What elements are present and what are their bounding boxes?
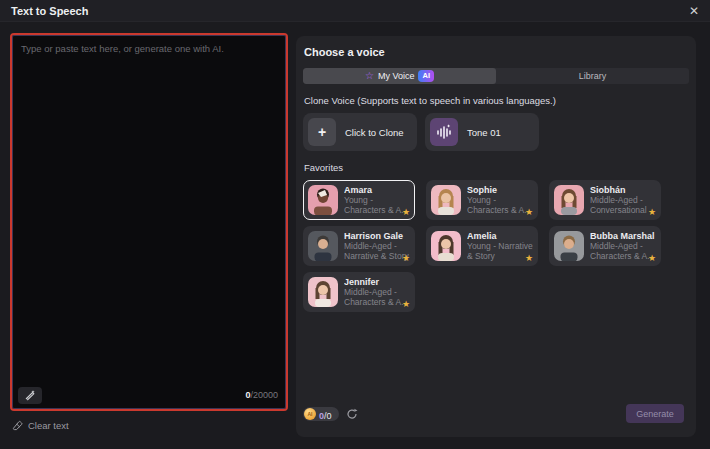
voice-desc: Young - Narrative & Story	[467, 241, 533, 261]
voice-panel: Choose a voice ☆ My Voice AI Library Clo…	[296, 36, 696, 437]
voice-name: Jennifer	[344, 277, 410, 287]
voice-desc: Middle-Aged - Characters & A...	[344, 287, 410, 307]
voice-desc: Middle-Aged - Characters & A...	[590, 241, 656, 261]
avatar	[431, 231, 461, 261]
avatar	[431, 185, 461, 215]
editor-footer: 0/20000	[18, 386, 278, 404]
voice-card-jennifer[interactable]: Jennifer Middle-Aged - Characters & A...…	[303, 272, 415, 312]
voice-desc: Young - Characters & A...	[344, 195, 410, 215]
voice-name: Amara	[344, 185, 410, 195]
ai-badge: AI	[418, 70, 434, 82]
tone-01-card[interactable]: Tone 01	[425, 113, 539, 151]
voice-tabbar: ☆ My Voice AI Library	[303, 68, 689, 84]
panel-heading: Choose a voice	[304, 46, 689, 58]
voice-name: Siobhán	[590, 185, 656, 195]
tone-01-label: Tone 01	[467, 127, 501, 138]
favorites-grid: Amara Young - Characters & A... ★ Sophie…	[303, 180, 689, 312]
clear-text-label: Clear text	[28, 420, 69, 431]
favorite-star-icon[interactable]: ★	[402, 207, 410, 217]
refresh-icon[interactable]	[346, 408, 358, 420]
clear-text-button[interactable]: Clear text	[12, 418, 69, 432]
avatar	[308, 185, 338, 215]
voice-desc: Young - Characters & A...	[467, 195, 533, 215]
voice-card-amelia[interactable]: Amelia Young - Narrative & Story ★	[426, 226, 538, 266]
tab-my-voice-label: My Voice	[378, 71, 415, 81]
dialog-title: Text to Speech	[11, 5, 88, 17]
avatar	[554, 231, 584, 261]
star-outline-icon: ☆	[365, 71, 374, 81]
voice-card-siobhan[interactable]: Siobhán Middle-Aged - Conversational ★	[549, 180, 661, 220]
favorite-star-icon[interactable]: ★	[648, 253, 656, 263]
favorite-star-icon[interactable]: ★	[525, 207, 533, 217]
eraser-icon	[12, 420, 23, 431]
favorite-star-icon[interactable]: ★	[525, 253, 533, 263]
tab-library-label: Library	[579, 71, 607, 81]
voice-name: Bubba Marshal	[590, 231, 656, 241]
favorite-star-icon[interactable]: ★	[648, 207, 656, 217]
coin-icon: AI	[304, 408, 316, 420]
credits-total: /0	[324, 411, 332, 421]
generate-button[interactable]: Generate	[626, 404, 684, 423]
avatar	[308, 277, 338, 307]
clone-voice-label: Clone Voice (Supports text to speech in …	[304, 95, 689, 106]
favorite-star-icon[interactable]: ★	[402, 299, 410, 309]
tab-library[interactable]: Library	[496, 68, 689, 84]
char-counter: 0/20000	[245, 390, 278, 400]
quill-sparkle-icon	[24, 389, 36, 401]
tts-text-input[interactable]: Type or paste text here, or generate one…	[10, 33, 288, 411]
close-icon[interactable]: ✕	[689, 5, 699, 17]
click-to-clone-label: Click to Clone	[345, 127, 404, 138]
ai-write-button[interactable]	[18, 387, 42, 404]
voice-name: Harrison Gale	[344, 231, 410, 241]
avatar	[308, 231, 338, 261]
favorite-star-icon[interactable]: ★	[402, 253, 410, 263]
char-limit: /20000	[250, 390, 278, 400]
voice-card-harrison-gale[interactable]: Harrison Gale Middle-Aged - Narrative & …	[303, 226, 415, 266]
voice-card-sophie[interactable]: Sophie Young - Characters & A... ★	[426, 180, 538, 220]
clone-row: + Click to Clone Tone 01	[303, 113, 689, 151]
voice-name: Amelia	[467, 231, 533, 241]
voice-card-bubba-marshal[interactable]: Bubba Marshal Middle-Aged - Characters &…	[549, 226, 661, 266]
voice-desc: Middle-Aged - Conversational	[590, 195, 656, 215]
voice-name: Sophie	[467, 185, 533, 195]
panel-footer: AI 0/0 Generate	[303, 404, 684, 423]
favorites-label: Favorites	[304, 162, 689, 173]
dialog-titlebar: Text to Speech ✕	[0, 0, 710, 22]
tts-input-placeholder: Type or paste text here, or generate one…	[21, 43, 277, 55]
credits-pill[interactable]: AI 0/0	[303, 407, 339, 421]
waveform-icon	[430, 118, 458, 146]
plus-icon: +	[308, 118, 336, 146]
avatar	[554, 185, 584, 215]
click-to-clone-button[interactable]: + Click to Clone	[303, 113, 417, 151]
voice-desc: Middle-Aged - Narrative & Story	[344, 241, 410, 261]
voice-card-amara[interactable]: Amara Young - Characters & A... ★	[303, 180, 415, 220]
tab-my-voice[interactable]: ☆ My Voice AI	[303, 68, 496, 84]
